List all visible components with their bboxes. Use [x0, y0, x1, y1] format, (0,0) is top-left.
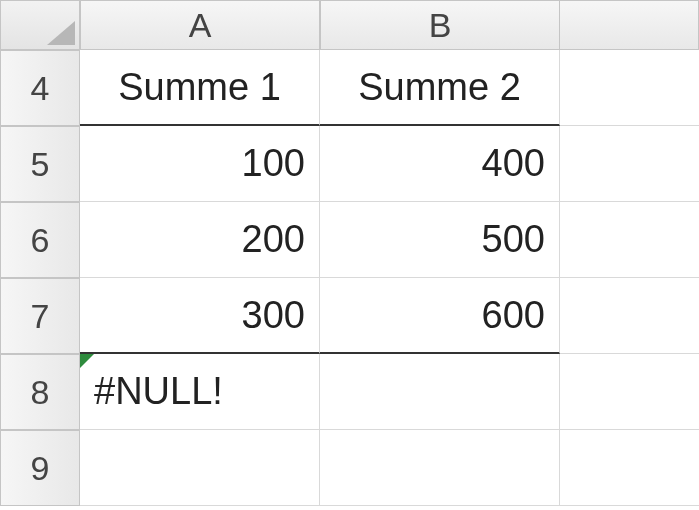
row-header-5[interactable]: 5 — [0, 126, 80, 202]
cell-A7[interactable]: 300 — [80, 278, 320, 354]
cell-B9[interactable] — [320, 430, 560, 506]
cell-A6[interactable]: 200 — [80, 202, 320, 278]
cell-C7[interactable] — [560, 278, 699, 354]
col-header-B[interactable]: B — [320, 0, 560, 50]
cell-C9[interactable] — [560, 430, 699, 506]
row-header-6[interactable]: 6 — [0, 202, 80, 278]
cell-C4[interactable] — [560, 50, 699, 126]
cell-A8[interactable]: #NULL! — [80, 354, 320, 430]
col-header-A[interactable]: A — [80, 0, 320, 50]
cell-B8[interactable] — [320, 354, 560, 430]
col-header-blank[interactable] — [560, 0, 699, 50]
row-header-9[interactable]: 9 — [0, 430, 80, 506]
cell-B7[interactable]: 600 — [320, 278, 560, 354]
cell-A5[interactable]: 100 — [80, 126, 320, 202]
select-all-corner[interactable] — [0, 0, 80, 50]
cell-C8[interactable] — [560, 354, 699, 430]
cell-A4[interactable]: Summe 1 — [80, 50, 320, 126]
row-header-4[interactable]: 4 — [0, 50, 80, 126]
cell-C6[interactable] — [560, 202, 699, 278]
cell-C5[interactable] — [560, 126, 699, 202]
row-header-8[interactable]: 8 — [0, 354, 80, 430]
cell-A9[interactable] — [80, 430, 320, 506]
cell-B6[interactable]: 500 — [320, 202, 560, 278]
row-header-7[interactable]: 7 — [0, 278, 80, 354]
spreadsheet-grid: A B 4 Summe 1 Summe 2 5 100 400 6 200 50… — [0, 0, 699, 506]
cell-B5[interactable]: 400 — [320, 126, 560, 202]
cell-B4[interactable]: Summe 2 — [320, 50, 560, 126]
